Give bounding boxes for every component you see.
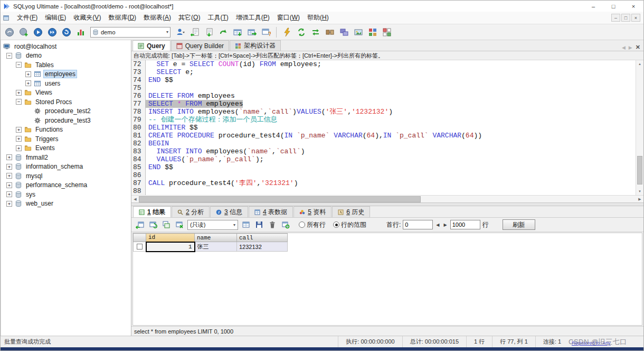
tree-item-fmmall2[interactable]: +fmmall2 <box>1 153 131 162</box>
query-profiler-button[interactable] <box>74 25 87 39</box>
result-tab-分析[interactable]: 2 分析 <box>172 206 210 217</box>
tree-expander-icon[interactable]: − <box>16 62 22 68</box>
notifications-button[interactable] <box>280 25 293 39</box>
editor-line-75[interactable]: 75 <box>131 84 636 92</box>
spin-left-icon[interactable]: ◀ <box>435 223 440 227</box>
tree-item-information_schema[interactable]: +information_schema <box>1 162 131 172</box>
tab-close-icon[interactable]: ✕ <box>636 44 640 51</box>
editor-line-72[interactable]: 72 SET e = SELECT COUNT(id) FROM employe… <box>131 60 636 68</box>
tree-expander-icon[interactable]: + <box>16 145 22 151</box>
data-sync-button[interactable] <box>309 25 322 39</box>
cell-call[interactable]: 1232132 <box>237 242 288 252</box>
connect-button[interactable] <box>3 25 16 39</box>
tree-expander-icon[interactable]: + <box>6 173 12 179</box>
scroll-left-icon[interactable]: ◀ <box>131 196 139 203</box>
menu-v[interactable]: 收藏夹(V) <box>70 12 105 24</box>
migration-button[interactable] <box>323 25 336 39</box>
column-header-name[interactable]: name <box>195 234 237 242</box>
tree-item-stored-procs[interactable]: −Stored Procs <box>1 97 131 107</box>
editor-vertical-scrollbar[interactable]: ▲ ▼ <box>636 60 643 195</box>
editor-results-splitter[interactable] <box>131 202 643 206</box>
column-header-id[interactable]: id <box>146 234 195 242</box>
result-tab-结果[interactable]: 1 结果 <box>133 206 171 217</box>
export-data-button[interactable] <box>245 25 258 39</box>
tree-item-sys[interactable]: +sys <box>1 190 131 199</box>
row-count-input[interactable] <box>450 220 480 229</box>
spin-right-icon[interactable]: ▶ <box>443 223 448 227</box>
menu-p[interactable]: 增强工具(P) <box>232 12 273 24</box>
editor-line-80[interactable]: 80DELIMITER $$ <box>131 124 636 132</box>
column-header-call[interactable]: call <box>237 234 288 242</box>
editor-line-82[interactable]: 82BEGIN <box>131 140 636 147</box>
minimize-button[interactable]: – <box>583 1 603 12</box>
tree-item-tables[interactable]: −Tables <box>1 60 131 70</box>
tree-item-procedure_test2[interactable]: procedure_test2 <box>1 107 131 116</box>
editor-line-74[interactable]: 74END $$ <box>131 76 636 84</box>
menu-d[interactable]: 数据库(D) <box>105 12 140 24</box>
tree-item-users[interactable]: +users <box>1 79 131 88</box>
tree-expander-icon[interactable]: + <box>6 182 12 188</box>
editor-line-83[interactable]: 83 INSERT INTO employees(`name`,`call`) <box>131 147 636 155</box>
export-grid-button[interactable] <box>240 219 252 230</box>
discard-changes-button[interactable] <box>174 219 185 230</box>
execute-query-button[interactable] <box>31 25 44 39</box>
mdi-minimize-button[interactable]: – <box>611 14 620 22</box>
cell-id[interactable]: 1 <box>146 242 195 252</box>
tree-expander-icon[interactable]: + <box>16 136 22 142</box>
tab-scroll-right-icon[interactable]: ▶ <box>629 45 632 50</box>
save-changes-button[interactable] <box>253 219 265 230</box>
cell-name[interactable]: 张三 <box>195 242 237 252</box>
new-connection-button[interactable] <box>17 25 30 39</box>
result-tab-表数据[interactable]: 4 表数据 <box>249 206 293 217</box>
query-tab-架构设计器[interactable]: 架构设计器 <box>230 40 281 51</box>
editor-line-88[interactable]: 88 <box>131 187 636 195</box>
editor-line-78[interactable]: 78INSERT INTO employees(`name`,`call`)VA… <box>131 108 636 116</box>
refresh-grid-button[interactable] <box>280 219 291 230</box>
import-data-button[interactable] <box>231 25 244 39</box>
tree-expander-icon[interactable]: − <box>16 99 22 105</box>
editor-line-84[interactable]: 84 VALUES(`p_name`,`p_call`); <box>131 155 636 163</box>
menu-t[interactable]: 工具(T) <box>204 12 232 24</box>
duplicate-row-button[interactable] <box>160 219 172 230</box>
scroll-up-icon[interactable]: ▲ <box>636 60 643 68</box>
tree-item-functions[interactable]: +Functions <box>1 125 131 135</box>
query-tab-query-builder[interactable]: Query Builder <box>171 40 229 51</box>
result-tab-历史[interactable]: 6 历史 <box>332 206 370 217</box>
scroll-thumb[interactable] <box>637 156 642 184</box>
scheduled-backup-button[interactable] <box>295 25 308 39</box>
all-rows-radio[interactable]: 所有行 <box>299 220 326 229</box>
sql-editor[interactable]: 72 SET e = SELECT COUNT(id) FROM employe… <box>131 60 643 195</box>
tree-item-triggers[interactable]: +Triggers <box>1 134 131 144</box>
save-results-button[interactable] <box>216 25 230 39</box>
editor-line-86[interactable]: 86 <box>131 171 636 179</box>
first-row-input[interactable] <box>403 220 433 229</box>
visual-report-button[interactable] <box>352 25 365 39</box>
tree-item-employees[interactable]: +employees <box>1 70 131 79</box>
database-combo[interactable]: demo ▾ <box>90 27 171 38</box>
result-grid-area[interactable]: idnamecall1张三1232132 <box>132 233 642 326</box>
sql-editor-text[interactable]: 72 SET e = SELECT COUNT(id) FROM employe… <box>131 60 636 195</box>
tree-item-events[interactable]: +Events <box>1 144 131 153</box>
tree-item-performance_schema[interactable]: +performance_schema <box>1 181 131 190</box>
insert-row-button[interactable] <box>134 219 146 230</box>
tree-item-root-localhost[interactable]: root@localhost <box>1 42 131 51</box>
editor-line-87[interactable]: 87CALL procedure_test4('李四','321321') <box>131 179 636 187</box>
update-row-button[interactable] <box>147 219 159 230</box>
delete-row-button[interactable] <box>267 219 278 230</box>
grid-mode-combo[interactable]: (只读) ▾ <box>187 220 238 230</box>
tree-expander-icon[interactable]: + <box>16 127 22 133</box>
row-checkbox[interactable] <box>137 244 143 250</box>
scroll-thumb[interactable] <box>139 196 421 202</box>
menu-e[interactable]: 编辑(E) <box>41 12 70 24</box>
menu-f[interactable]: 文件(F) <box>13 12 41 24</box>
editor-horizontal-scrollbar[interactable]: ◀ ▶ <box>131 195 643 202</box>
refresh-object-browser-button[interactable] <box>60 25 73 39</box>
tree-expander-icon[interactable]: + <box>6 201 12 207</box>
data-compare-button[interactable] <box>366 25 379 39</box>
result-tab-资料[interactable]: 5 资料 <box>293 206 332 217</box>
tree-expander-icon[interactable]: + <box>25 71 31 77</box>
query-tab-query[interactable]: Query <box>132 40 171 51</box>
editor-line-73[interactable]: 73 SELECT e; <box>131 68 636 76</box>
schema-sync-button[interactable] <box>337 25 351 39</box>
row-selector-header[interactable] <box>134 234 146 242</box>
